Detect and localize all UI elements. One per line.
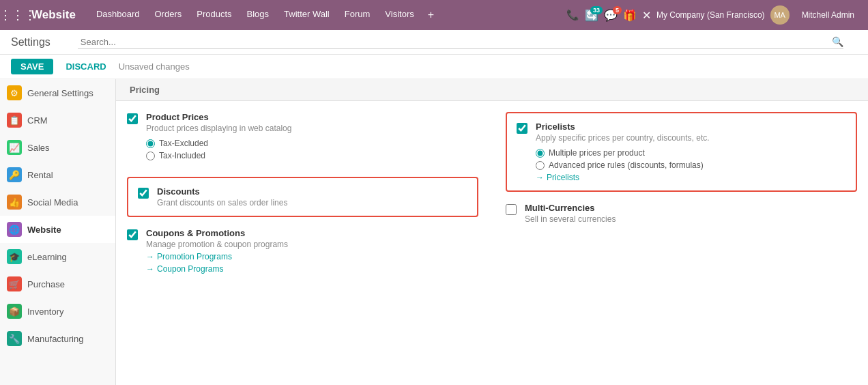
coupons-info: Coupons & Promotions Manage promotion & … bbox=[146, 228, 288, 274]
radio-tax-excluded[interactable]: Tax-Excluded bbox=[146, 139, 291, 148]
sidebar-item-inventory[interactable]: 📦 Inventory bbox=[0, 298, 115, 325]
pricelists-setting: Pricelists Apply specific prices per cou… bbox=[517, 122, 846, 182]
nav-blogs[interactable]: Blogs bbox=[240, 6, 276, 24]
sidebar-label-manufacturing: Manufacturing bbox=[27, 334, 83, 344]
nav-forum[interactable]: Forum bbox=[338, 6, 377, 24]
sidebar-item-rental[interactable]: 🔑 Rental bbox=[0, 161, 115, 188]
save-button[interactable]: SAVE bbox=[11, 59, 53, 74]
sidebar-item-purchase[interactable]: 🛒 Purchase bbox=[0, 270, 115, 298]
sidebar-item-general[interactable]: ⚙ General Settings bbox=[0, 79, 115, 106]
nav-menu: Dashboard Orders Products Blogs Twitter … bbox=[89, 6, 564, 24]
discounts-info: Discounts Grant discounts on sales order… bbox=[157, 186, 287, 208]
sidebar-label-elearning: eLearning bbox=[27, 252, 67, 262]
app-grid-icon[interactable]: ⋮⋮⋮ bbox=[7, 4, 29, 26]
radio-tax-included-input[interactable] bbox=[146, 152, 155, 160]
sidebar: ⚙ General Settings 📋 CRM 📈 Sales 🔑 Renta… bbox=[0, 79, 116, 385]
nav-twitter-wall[interactable]: Twitter Wall bbox=[277, 6, 336, 24]
pricelists-link[interactable]: → Pricelists bbox=[536, 173, 710, 182]
settings-icon[interactable]: ✕ bbox=[642, 9, 651, 22]
pricelists-link-label: Pricelists bbox=[547, 173, 579, 182]
social-icon: 👍 bbox=[7, 195, 22, 210]
sidebar-item-elearning[interactable]: 🎓 eLearning bbox=[0, 243, 115, 270]
multicurrencies-block: Multi-Currencies Sell in several currenc… bbox=[506, 203, 857, 224]
radio-advanced-rules[interactable]: Advanced price rules (discounts, formula… bbox=[536, 160, 710, 170]
promotion-link-label: Promotion Programs bbox=[157, 252, 232, 261]
elearning-icon: 🎓 bbox=[7, 249, 22, 264]
right-settings: Pricelists Apply specific prices per cou… bbox=[506, 112, 857, 285]
product-prices-info: Product Prices Product prices displaying… bbox=[146, 112, 291, 160]
discounts-label: Discounts bbox=[157, 186, 287, 197]
avatar[interactable]: MA bbox=[770, 5, 790, 25]
company-name: My Company (San Francisco) bbox=[656, 10, 765, 20]
coupons-block: Coupons & Promotions Manage promotion & … bbox=[127, 228, 478, 274]
radio-multiple-prices-input[interactable] bbox=[536, 149, 545, 158]
search-bar: 🔍 bbox=[78, 35, 843, 49]
discounts-block: Discounts Grant discounts on sales order… bbox=[127, 177, 478, 217]
multicurrencies-checkbox[interactable] bbox=[506, 204, 517, 215]
chat-badge: 5 bbox=[613, 6, 622, 14]
multicurrencies-checkbox-wrap bbox=[506, 204, 517, 217]
sidebar-label-purchase: Purchase bbox=[27, 279, 65, 289]
pricelists-label: Pricelists bbox=[536, 122, 710, 132]
user-name: Mitchell Admin bbox=[795, 8, 861, 23]
pricelists-desc: Apply specific prices per country, disco… bbox=[536, 133, 710, 143]
main-layout: ⚙ General Settings 📋 CRM 📈 Sales 🔑 Renta… bbox=[0, 79, 868, 385]
inventory-icon: 📦 bbox=[7, 304, 22, 319]
coupons-desc: Manage promotion & coupon programs bbox=[146, 240, 288, 249]
radio-advanced-rules-label: Advanced price rules (discounts, formula… bbox=[549, 160, 704, 170]
product-prices-checkbox-wrap bbox=[127, 113, 138, 126]
nav-dashboard[interactable]: Dashboard bbox=[89, 6, 147, 24]
pricelists-info: Pricelists Apply specific prices per cou… bbox=[536, 122, 710, 182]
nav-visitors[interactable]: Visitors bbox=[378, 6, 420, 24]
sidebar-item-social[interactable]: 👍 Social Media bbox=[0, 188, 115, 216]
search-icon: 🔍 bbox=[832, 36, 843, 47]
phone-icon[interactable]: 📞 bbox=[566, 9, 579, 21]
activity-badge: 33 bbox=[590, 6, 603, 14]
action-bar: SAVE DISCARD Unsaved changes bbox=[0, 55, 868, 79]
radio-advanced-rules-input[interactable] bbox=[536, 161, 545, 170]
nav-right-actions: 📞 🔄 33 💬 5 🎁 ✕ My Company (San Francisco… bbox=[566, 5, 861, 25]
nav-products[interactable]: Products bbox=[190, 6, 238, 24]
radio-tax-included[interactable]: Tax-Included bbox=[146, 151, 291, 160]
sidebar-item-website[interactable]: 🌐 Website bbox=[0, 216, 115, 243]
sidebar-item-sales[interactable]: 📈 Sales bbox=[0, 134, 115, 161]
manufacturing-icon: 🔧 bbox=[7, 331, 22, 346]
coupons-checkbox-wrap bbox=[127, 229, 138, 242]
nav-orders[interactable]: Orders bbox=[147, 6, 188, 24]
product-prices-desc: Product prices displaying in web catalog bbox=[146, 124, 291, 133]
search-input[interactable] bbox=[78, 35, 832, 48]
radio-tax-excluded-label: Tax-Excluded bbox=[159, 139, 208, 148]
product-prices-label: Product Prices bbox=[146, 112, 291, 122]
discounts-checkbox[interactable] bbox=[138, 188, 149, 199]
nav-add-icon[interactable]: + bbox=[422, 6, 439, 24]
radio-tax-excluded-input[interactable] bbox=[146, 139, 155, 148]
discounts-checkbox-wrap bbox=[138, 188, 149, 201]
website-icon: 🌐 bbox=[7, 222, 22, 237]
coupon-programs-link[interactable]: → Coupon Programs bbox=[146, 264, 288, 274]
sidebar-label-rental: Rental bbox=[27, 170, 53, 180]
sidebar-label-website: Website bbox=[27, 225, 61, 235]
rental-icon: 🔑 bbox=[7, 167, 22, 182]
chat-icon[interactable]: 💬 5 bbox=[604, 9, 618, 22]
coupons-label: Coupons & Promotions bbox=[146, 228, 288, 238]
radio-multiple-prices[interactable]: Multiple prices per product bbox=[536, 148, 710, 158]
product-prices-checkbox[interactable] bbox=[127, 113, 138, 124]
section-pricing-title: Pricing bbox=[116, 79, 868, 101]
page-title: Settings bbox=[11, 36, 50, 48]
sidebar-item-crm[interactable]: 📋 CRM bbox=[0, 106, 115, 134]
gift-icon[interactable]: 🎁 bbox=[623, 9, 637, 22]
sidebar-item-manufacturing[interactable]: 🔧 Manufacturing bbox=[0, 325, 115, 352]
unsaved-label: Unsaved changes bbox=[119, 61, 190, 72]
top-navigation: ⋮⋮⋮ Website Dashboard Orders Products Bl… bbox=[0, 0, 868, 30]
activity-icon[interactable]: 🔄 33 bbox=[585, 9, 598, 22]
discard-button[interactable]: DISCARD bbox=[59, 59, 113, 74]
product-prices-radio-group: Tax-Excluded Tax-Included bbox=[146, 139, 291, 160]
left-settings: Product Prices Product prices displaying… bbox=[127, 112, 478, 285]
pricelists-checkbox[interactable] bbox=[517, 123, 527, 134]
sidebar-label-inventory: Inventory bbox=[27, 306, 63, 317]
sidebar-label-social: Social Media bbox=[27, 197, 78, 208]
coupons-checkbox[interactable] bbox=[127, 229, 138, 240]
promotion-programs-link[interactable]: → Promotion Programs bbox=[146, 252, 288, 261]
pricing-layout: Product Prices Product prices displaying… bbox=[116, 101, 868, 285]
pricelists-radio-group: Multiple prices per product Advanced pri… bbox=[536, 148, 710, 170]
